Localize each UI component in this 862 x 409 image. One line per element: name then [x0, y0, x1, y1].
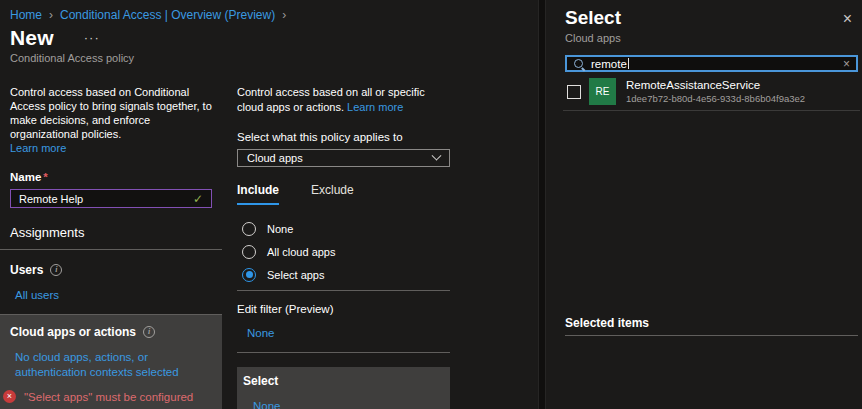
name-label: Name* — [0, 171, 222, 183]
edit-filter-none-link[interactable]: None — [247, 327, 275, 339]
assignments-heading: Assignments — [0, 225, 222, 250]
include-radio-group: None All cloud apps Select apps — [242, 221, 450, 282]
close-icon[interactable]: × — [843, 11, 852, 27]
cloud-apps-description: Control access based on all or specific … — [237, 85, 450, 115]
radio-select-apps[interactable]: Select apps — [242, 267, 450, 282]
tab-include[interactable]: Include — [237, 183, 279, 205]
info-icon[interactable]: i — [143, 326, 155, 338]
policy-description-text: Control access based on Conditional Acce… — [10, 86, 212, 140]
cloud-apps-editor-column: Control access based on all or specific … — [237, 80, 450, 409]
validation-error-row: × "Select apps" must be configured — [3, 390, 214, 403]
panel-title: Select — [565, 7, 621, 29]
divider — [563, 110, 860, 111]
cloud-apps-label: Cloud apps or actions i — [10, 325, 214, 339]
radio-none-label: None — [267, 223, 293, 235]
all-users-link[interactable]: All users — [15, 289, 59, 301]
select-value-row: None — [243, 400, 442, 409]
edit-filter-label: Edit filter (Preview) — [237, 303, 450, 315]
include-exclude-tabs: Include Exclude — [237, 183, 450, 205]
name-input-value: Remote Help — [19, 193, 83, 205]
applies-to-dropdown[interactable]: Cloud apps — [237, 149, 450, 167]
search-icon — [573, 58, 585, 70]
learn-more-link[interactable]: Learn more — [347, 101, 403, 113]
more-options-icon[interactable]: ··· — [84, 30, 100, 45]
info-icon[interactable]: i — [50, 264, 62, 276]
search-input-value: remote — [591, 58, 627, 70]
name-input[interactable]: Remote Help ✓ — [10, 189, 212, 208]
policy-summary-column: Control access based on Conditional Acce… — [0, 80, 222, 409]
radio-selected-icon — [242, 268, 256, 282]
chevron-right-icon: › — [282, 8, 286, 22]
users-value-row: All users — [0, 289, 222, 315]
clear-search-icon[interactable]: × — [843, 57, 850, 71]
required-asterisk: * — [43, 171, 47, 183]
cloud-apps-section[interactable]: Cloud apps or actions i No cloud apps, a… — [0, 315, 222, 409]
select-cloud-apps-panel: Select × Cloud apps remote × RE RemoteAs… — [546, 0, 862, 409]
app-avatar: RE — [589, 78, 616, 105]
panel-subtitle: Cloud apps — [565, 32, 852, 44]
selected-items-heading: Selected items — [565, 316, 858, 336]
page-subtitle: Conditional Access policy — [10, 52, 134, 64]
chevron-down-icon — [432, 150, 442, 160]
error-icon: × — [3, 390, 16, 403]
policy-description: Control access based on Conditional Acce… — [0, 85, 222, 155]
page-title: New — [10, 26, 54, 50]
breadcrumb-conditional-access-link[interactable]: Conditional Access | Overview (Preview) — [60, 8, 275, 22]
edit-filter-value-row: None — [237, 327, 450, 353]
radio-circle-icon — [242, 222, 256, 236]
breadcrumb: Home › Conditional Access | Overview (Pr… — [10, 8, 286, 22]
divider — [237, 290, 450, 291]
selected-items-section: Selected items — [565, 316, 858, 336]
breadcrumb-home-link[interactable]: Home — [10, 8, 42, 22]
radio-none[interactable]: None — [242, 221, 450, 236]
app-text-block: RemoteAssistanceService 1dee7b72-b80d-4e… — [626, 79, 805, 104]
applies-to-dropdown-value: Cloud apps — [247, 152, 303, 164]
search-input[interactable]: remote × — [565, 55, 858, 72]
valid-check-icon: ✓ — [193, 192, 203, 206]
radio-all-cloud-apps-label: All cloud apps — [267, 246, 336, 258]
tab-exclude[interactable]: Exclude — [311, 183, 354, 205]
app-checkbox[interactable] — [567, 85, 581, 99]
cloud-apps-value: No cloud apps, actions, or authenticatio… — [10, 350, 200, 380]
radio-select-apps-label: Select apps — [267, 269, 324, 281]
radio-circle-icon — [242, 245, 256, 259]
select-none-link[interactable]: None — [253, 400, 281, 409]
cloud-apps-value-link[interactable]: No cloud apps, actions, or authenticatio… — [15, 351, 179, 378]
select-section: Select None — [237, 367, 450, 409]
app-name: RemoteAssistanceService — [626, 79, 805, 91]
chevron-right-icon: › — [49, 8, 53, 22]
learn-more-link[interactable]: Learn more — [10, 142, 66, 154]
applies-to-label: Select what this policy applies to — [237, 131, 450, 143]
app-result-row[interactable]: RE RemoteAssistanceService 1dee7b72-b80d… — [567, 78, 858, 105]
app-id: 1dee7b72-b80d-4e56-933d-8b6b04f9a3e2 — [626, 93, 805, 104]
radio-all-cloud-apps[interactable]: All cloud apps — [242, 244, 450, 259]
page-header: New ··· Conditional Access policy — [10, 26, 134, 64]
users-label: Users i — [0, 263, 222, 277]
panel-separator — [538, 0, 546, 409]
select-label: Select — [243, 374, 442, 388]
validation-error-text: "Select apps" must be configured — [24, 391, 193, 403]
text-cursor — [628, 58, 629, 69]
